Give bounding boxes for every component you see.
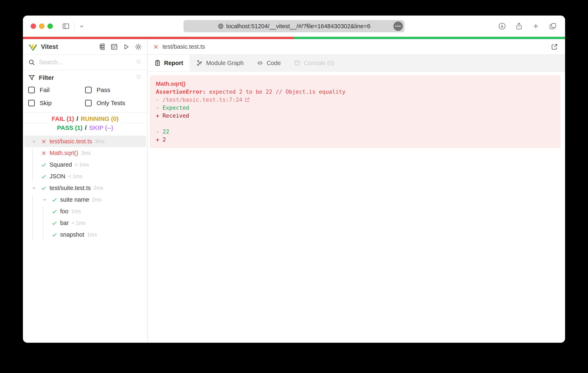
summary-separator: / (76, 114, 78, 123)
chevron-down-icon[interactable] (29, 186, 39, 191)
pass-check-icon (50, 220, 59, 226)
tab-module-graph[interactable]: Module Graph (190, 55, 250, 71)
tree-row-suite-name[interactable]: suite name 2ms (24, 194, 146, 206)
error-location-line[interactable]: - /test/basic.test.ts:7:24 (156, 96, 555, 104)
tree-row-bar[interactable]: bar < 1ms (24, 217, 146, 229)
only-tests-checkbox[interactable] (85, 100, 92, 106)
error-message: expected 2 to be 22 // Object.is equalit… (209, 89, 345, 95)
filter-option-skip[interactable]: Skip (28, 100, 85, 106)
failed-test-name: Math.sqrt() (156, 80, 555, 88)
tree-row-label: foo (60, 208, 68, 215)
pass-check-icon (50, 232, 59, 238)
skip-checkbox-label: Skip (40, 100, 52, 106)
tree-row-snapshot[interactable]: snapshot 1ms (24, 229, 146, 240)
diff-expected-value: - 22 (156, 128, 555, 135)
search-input[interactable] (39, 59, 131, 66)
run-all-tests-icon[interactable] (123, 43, 130, 50)
tab-code[interactable]: Code (250, 55, 287, 71)
app-title: Vitest (41, 43, 58, 51)
clear-search-filter-icon[interactable] (135, 59, 142, 66)
chevron-down-icon[interactable] (39, 197, 50, 202)
tab-module-graph-label: Module Graph (206, 60, 244, 66)
summary-fail-count: FAIL (1) (52, 114, 74, 123)
diff-expected-label: - Expected (156, 104, 555, 112)
assertion-error-panel: Math.sqrt() AssertionError: expected 2 t… (150, 75, 561, 148)
globe-icon (218, 23, 224, 29)
filter-section: Filter Fail Pass (23, 70, 147, 113)
tab-console-label: Console (0) (304, 60, 335, 66)
tree-row-label: Squared (50, 161, 72, 168)
report-content: Math.sqrt() AssertionError: expected 2 t… (148, 72, 565, 343)
open-file-name: test/basic.test.ts (162, 43, 205, 50)
tree-row-duration: 2ms (94, 185, 103, 191)
progress-fail-segment (23, 37, 294, 39)
close-window-button[interactable] (31, 23, 36, 29)
open-in-editor-icon[interactable] (551, 43, 558, 51)
pass-checkbox[interactable] (85, 87, 92, 93)
diff-received-label: + Received (156, 112, 555, 120)
progress-pass-segment (294, 37, 565, 39)
fail-x-icon (153, 44, 159, 50)
test-summary: FAIL (1) / RUNNING (0) PASS (1) / SKIP (… (23, 113, 147, 134)
tree-view-toggle-icon[interactable] (98, 43, 105, 51)
tab-report-label: Report (164, 60, 183, 66)
summary-running-count: RUNNING (0) (81, 114, 118, 123)
tree-row-label: Math.sqrt() (50, 150, 78, 156)
filter-funnel-icon (28, 74, 35, 81)
pass-check-icon (50, 197, 59, 203)
fail-x-icon (39, 139, 48, 144)
tab-console[interactable]: Console (0) (287, 55, 341, 71)
page-settings-button[interactable]: ••• (393, 21, 403, 31)
zoom-window-button[interactable] (47, 23, 53, 29)
pass-check-icon (50, 208, 59, 214)
skip-checkbox[interactable] (28, 100, 35, 106)
main-panel: test/basic.test.ts Report Module Graph C… (148, 39, 565, 343)
filter-option-only-tests[interactable]: Only Tests (85, 100, 142, 106)
tab-overview-icon[interactable] (549, 22, 557, 30)
summary-skip-count: SKIP (--) (89, 123, 113, 132)
pass-check-icon (39, 185, 48, 191)
console-icon (294, 60, 301, 66)
chevron-down-icon[interactable] (29, 139, 39, 144)
error-location: - /test/basic.test.ts:7:24 (156, 96, 242, 104)
filter-option-pass[interactable]: Pass (85, 86, 142, 93)
filter-option-fail[interactable]: Fail (28, 86, 85, 93)
error-name: AssertionError: (156, 89, 209, 95)
dashboard-icon[interactable] (110, 43, 118, 51)
downloads-icon[interactable] (498, 22, 506, 30)
new-tab-icon[interactable] (532, 22, 540, 30)
tree-row-squared[interactable]: Squared < 1ms (24, 159, 146, 171)
tree-row-basic-test-file[interactable]: test/basic.test.ts 3ms (24, 135, 146, 147)
report-icon (154, 60, 161, 66)
pass-check-icon (39, 174, 48, 179)
browser-window: localhost:51204/__vitest__/#/?file=16484… (23, 16, 565, 343)
tree-row-json[interactable]: JSON < 1ms (24, 171, 146, 182)
theme-toggle-icon[interactable] (135, 43, 142, 51)
tree-row-foo[interactable]: foo 1ms (24, 206, 146, 217)
error-message-line: AssertionError: expected 2 to be 22 // O… (156, 88, 555, 96)
sidebar-header: Vitest (23, 39, 147, 55)
address-bar[interactable]: localhost:51204/__vitest__/#/?file=16484… (184, 20, 404, 32)
tree-row-duration: 3ms (81, 150, 91, 156)
tree-row-math-sqrt[interactable]: Math.sqrt() 3ms (24, 147, 146, 159)
clear-filters-icon[interactable] (135, 74, 142, 81)
share-icon[interactable] (515, 22, 523, 30)
tree-row-label: suite name (60, 196, 89, 203)
chevron-down-icon[interactable] (79, 23, 85, 29)
diff-blank-line (156, 120, 555, 128)
tab-report[interactable]: Report (148, 55, 190, 71)
sidebar-toggle-icon[interactable] (62, 22, 70, 30)
tree-row-label: test/suite.test.ts (50, 185, 91, 191)
browser-toolbar: localhost:51204/__vitest__/#/?file=16484… (23, 16, 565, 37)
minimize-window-button[interactable] (39, 23, 44, 29)
tree-row-label: bar (60, 220, 69, 226)
fail-checkbox[interactable] (28, 87, 35, 93)
tree-row-duration: 2ms (92, 197, 102, 203)
diff-received-value: + 2 (156, 135, 555, 144)
test-tree: test/basic.test.ts 3ms Math.sqrt() 3ms S… (23, 134, 147, 343)
code-icon (257, 60, 263, 66)
open-location-icon[interactable] (244, 97, 250, 103)
tree-row-suite-test-file[interactable]: test/suite.test.ts 2ms (24, 182, 146, 194)
tab-code-label: Code (267, 60, 281, 66)
toolbar-divider (74, 22, 74, 30)
